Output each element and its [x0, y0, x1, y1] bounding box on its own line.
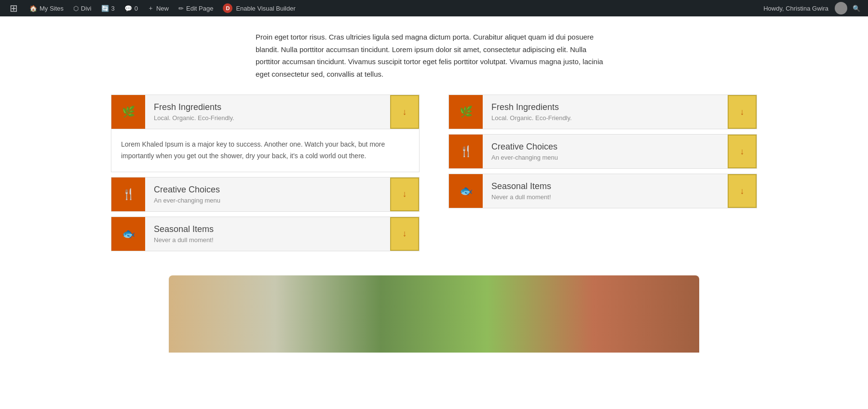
updates-button[interactable]: 🔄 3	[96, 0, 120, 16]
divi-button[interactable]: ⬡ Divi	[68, 0, 96, 16]
fresh-ingredients-right-toggle[interactable]: ↓	[728, 95, 757, 129]
enable-visual-builder-label: Enable Visual Builder	[236, 5, 295, 12]
fresh-ingredients-right-title-area: Fresh Ingredients Local. Organic. Eco-Fr…	[483, 97, 728, 126]
wp-icon: ⊞	[10, 2, 18, 14]
fresh-ingredients-left-toggle[interactable]: ↓	[390, 95, 419, 129]
accordion-header-seasonal-items-left[interactable]: 🐟 Seasonal Items Never a dull moment! ↓	[111, 217, 419, 251]
seasonal-items-left-subtitle: Never a dull moment!	[154, 236, 381, 244]
utensils-icon-right: 🍴	[460, 145, 473, 158]
accordion-columns: 🌿 Fresh Ingredients Local. Organic. Eco-…	[101, 95, 767, 256]
accordion-header-fresh-ingredients-left[interactable]: 🌿 Fresh Ingredients Local. Organic. Eco-…	[111, 95, 419, 129]
fresh-ingredients-right-subtitle: Local. Organic. Eco-Friendly.	[491, 114, 719, 122]
seasonal-items-left-toggle[interactable]: ↓	[390, 217, 419, 251]
new-button[interactable]: ＋ New	[143, 0, 174, 16]
creative-choices-left-title: Creative Choices	[154, 185, 381, 195]
avatar	[835, 2, 847, 14]
fish-icon-right: 🐟	[460, 185, 473, 197]
fish-icon-left: 🐟	[122, 228, 135, 240]
food-image-graphic	[169, 275, 699, 353]
page-content: Proin eget tortor risus. Cras ultricies …	[0, 16, 868, 353]
creative-choices-right-icon-box: 🍴	[449, 135, 483, 168]
bottom-food-image	[0, 275, 868, 353]
accordion-item-fresh-ingredients-right: 🌿 Fresh Ingredients Local. Organic. Eco-…	[448, 95, 757, 129]
wp-logo-button[interactable]: ⊞	[5, 0, 25, 16]
accordion-header-creative-choices-left[interactable]: 🍴 Creative Choices An ever-changing menu…	[111, 177, 419, 211]
seasonal-items-left-icon-box: 🐟	[111, 217, 145, 251]
utensils-icon-left: 🍴	[122, 188, 135, 201]
search-icon[interactable]: 🔍	[850, 1, 863, 15]
creative-choices-left-subtitle: An ever-changing menu	[154, 197, 381, 204]
my-sites-label: My Sites	[40, 5, 64, 12]
left-accordion-column: 🌿 Fresh Ingredients Local. Organic. Eco-…	[111, 95, 420, 256]
comments-button[interactable]: 💬 0	[120, 0, 143, 16]
accordion-item-fresh-ingredients-left: 🌿 Fresh Ingredients Local. Organic. Eco-…	[111, 95, 420, 172]
plus-icon: ＋	[148, 4, 154, 13]
howdy-text: Howdy, Christina Gwira	[763, 5, 832, 12]
fresh-ingredients-right-icon-box: 🌿	[449, 95, 483, 129]
accordion-item-seasonal-items-right: 🐟 Seasonal Items Never a dull moment! ↓	[448, 174, 757, 208]
enable-visual-builder-button[interactable]: D Enable Visual Builder	[218, 0, 300, 16]
creative-choices-right-title: Creative Choices	[491, 142, 719, 152]
fresh-ingredients-left-title: Fresh Ingredients	[154, 102, 381, 112]
fresh-ingredients-left-icon-box: 🌿	[111, 95, 145, 129]
accordion-header-fresh-ingredients-right[interactable]: 🌿 Fresh Ingredients Local. Organic. Eco-…	[449, 95, 757, 129]
my-sites-button[interactable]: 🏠 My Sites	[25, 0, 68, 16]
accordion-header-seasonal-items-right[interactable]: 🐟 Seasonal Items Never a dull moment! ↓	[449, 174, 757, 208]
pencil-icon: ✏	[178, 5, 184, 12]
my-sites-icon: 🏠	[29, 5, 37, 12]
updates-icon: 🔄	[101, 5, 109, 12]
seasonal-items-right-toggle[interactable]: ↓	[728, 174, 757, 208]
seasonal-items-right-title: Seasonal Items	[491, 181, 719, 191]
creative-choices-left-icon-box: 🍴	[111, 177, 145, 211]
accordion-item-seasonal-items-left: 🐟 Seasonal Items Never a dull moment! ↓	[111, 217, 420, 251]
creative-choices-right-title-area: Creative Choices An ever-changing menu	[483, 137, 728, 166]
comments-icon: 💬	[124, 5, 132, 12]
leaf-icon-right: 🌿	[460, 106, 473, 118]
creative-choices-right-toggle[interactable]: ↓	[728, 135, 757, 168]
seasonal-items-right-icon-box: 🐟	[449, 174, 483, 208]
accordion-item-creative-choices-left: 🍴 Creative Choices An ever-changing menu…	[111, 177, 420, 212]
right-accordion-column: 🌿 Fresh Ingredients Local. Organic. Eco-…	[448, 95, 757, 256]
divi-icon: ⬡	[73, 5, 79, 12]
divi-d-icon: D	[223, 3, 232, 13]
edit-page-button[interactable]: ✏ Edit Page	[174, 0, 218, 16]
accordion-item-creative-choices-right: 🍴 Creative Choices An ever-changing menu…	[448, 134, 757, 169]
leaf-icon-left: 🌿	[122, 106, 135, 118]
seasonal-items-left-title: Seasonal Items	[154, 224, 381, 234]
creative-choices-left-toggle[interactable]: ↓	[390, 177, 419, 211]
comments-count: 0	[135, 5, 138, 12]
edit-page-label: Edit Page	[186, 5, 213, 12]
accordion-header-creative-choices-right[interactable]: 🍴 Creative Choices An ever-changing menu…	[449, 135, 757, 168]
new-label: New	[156, 5, 169, 12]
divi-label: Divi	[81, 5, 92, 12]
seasonal-items-right-title-area: Seasonal Items Never a dull moment!	[483, 177, 728, 205]
fresh-ingredients-left-subtitle: Local. Organic. Eco-Friendly.	[154, 114, 381, 122]
seasonal-items-left-title-area: Seasonal Items Never a dull moment!	[145, 219, 390, 248]
fresh-ingredients-left-body: Lorem Khaled Ipsum is a major key to suc…	[111, 129, 419, 172]
creative-choices-left-title-area: Creative Choices An ever-changing menu	[145, 180, 390, 209]
updates-count: 3	[111, 5, 115, 12]
fresh-ingredients-left-title-area: Fresh Ingredients Local. Organic. Eco-Fr…	[145, 97, 390, 126]
admin-bar: ⊞ 🏠 My Sites ⬡ Divi 🔄 3 💬 0 ＋ New ✏ Edit…	[0, 0, 868, 16]
fresh-ingredients-right-title: Fresh Ingredients	[491, 102, 719, 112]
creative-choices-right-subtitle: An ever-changing menu	[491, 154, 719, 161]
seasonal-items-right-subtitle: Never a dull moment!	[491, 193, 719, 201]
intro-text: Proin eget tortor risus. Cras ultricies …	[246, 31, 622, 80]
